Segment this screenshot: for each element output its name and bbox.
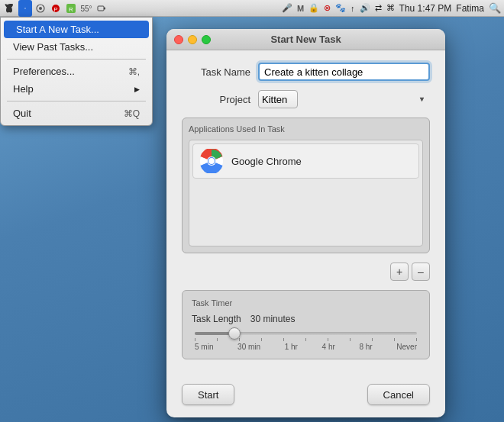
menubar-right: 🎤 M 🔒 ⊗ 🐾 ↑ 🔊 ⇄ ⌘ Thu 1:47 PM Fatima 🔍 — [282, 2, 501, 14]
arrow-icon: ↑ — [351, 4, 355, 13]
start-button[interactable]: Start — [182, 384, 234, 405]
slider-label-1hr: 1 hr — [285, 343, 298, 351]
chrome-app-icon — [199, 149, 224, 173]
tick-2 — [217, 338, 218, 341]
timer-section: Task Timer Task Length 30 minutes — [182, 290, 430, 359]
dialog-titlebar: Start New Task — [166, 29, 445, 50]
lock-icon: 🔒 — [309, 3, 319, 13]
menu-item-label: Start A New Task... — [16, 24, 99, 35]
warning-icon: ⊗ — [324, 3, 331, 13]
app-list: Google Chrome — [189, 140, 423, 246]
sync-icon: ⇄ — [375, 3, 382, 13]
menu-item-quit[interactable]: Quit ⌘Q — [1, 105, 152, 122]
maximize-button[interactable] — [202, 35, 211, 44]
apple-icon[interactable] — [3, 2, 17, 15]
menu-shortcut-preferences: ⌘, — [128, 66, 140, 77]
slider-label-never: Never — [396, 343, 417, 351]
add-remove-row: + – — [182, 263, 430, 281]
dialog-content: Task Name Project Kitten Default Other ▼… — [166, 50, 445, 384]
timer-section-label: Task Timer — [192, 298, 420, 308]
tick-5 — [283, 338, 284, 341]
apps-section-label: Applications Used In Task — [189, 124, 423, 134]
app-name-chrome: Google Chrome — [231, 156, 302, 167]
svg-point-13 — [208, 158, 215, 164]
task-name-label: Task Name — [182, 66, 250, 78]
tick-7 — [328, 338, 328, 341]
tick-8 — [350, 338, 351, 341]
mail-icon: M — [297, 4, 304, 13]
dialog-window: Start New Task Task Name Project Kitten … — [166, 29, 445, 417]
menu-item-label: Preferences... — [13, 66, 75, 77]
mic-icon: 🎤 — [282, 3, 292, 13]
minimize-button[interactable] — [188, 35, 197, 44]
slider-track — [195, 332, 417, 335]
tick-1 — [195, 338, 195, 341]
close-button[interactable] — [174, 35, 183, 44]
menu-item-label: Help — [13, 83, 34, 95]
project-row: Project Kitten Default Other ▼ — [182, 90, 430, 108]
menu-item-help[interactable]: Help — [1, 80, 152, 98]
search-icon[interactable]: 🔍 — [489, 2, 501, 14]
svg-text:P: P — [53, 5, 57, 12]
apps-section: Applications Used In Task — [182, 118, 430, 253]
menu-item-view-past-tasks[interactable]: View Past Tasks... — [1, 38, 152, 56]
task-length-label: Task Length — [192, 314, 241, 324]
timer-length-row: Task Length 30 minutes — [192, 314, 420, 324]
tick-3 — [239, 338, 240, 341]
dropdown-menu: Start A New Task... View Past Tasks... P… — [0, 17, 153, 126]
cancel-button[interactable]: Cancel — [367, 384, 430, 405]
svg-rect-9 — [104, 7, 105, 9]
slider-label-4hr: 4 hr — [322, 343, 335, 351]
menu-separator-2 — [7, 101, 146, 101]
project-label: Project — [182, 94, 250, 105]
tick-4 — [261, 338, 262, 341]
menu-item-start-new-task[interactable]: Start A New Task... — [4, 21, 149, 38]
menu-icon-2[interactable] — [34, 2, 47, 15]
slider-labels: 5 min 30 min 1 hr 4 hr 8 hr Never — [195, 343, 417, 351]
slider-label-8hr: 8 hr — [359, 343, 372, 351]
menu-item-label: View Past Tasks... — [13, 41, 93, 53]
tick-10 — [394, 338, 395, 341]
menu-item-label: Quit — [13, 108, 31, 119]
slider-label-5min: 5 min — [195, 343, 213, 351]
slider-thumb[interactable] — [228, 327, 241, 340]
task-name-input[interactable] — [258, 63, 430, 81]
titlebar-buttons — [174, 35, 211, 44]
menubar-clock: Thu 1:47 PM — [399, 3, 452, 14]
menu-separator-1 — [7, 59, 146, 60]
add-app-button[interactable]: + — [390, 263, 409, 281]
menu-shortcut-quit: ⌘Q — [124, 108, 140, 119]
task-name-row: Task Name — [182, 63, 430, 81]
menu-icon-3[interactable]: P — [49, 2, 63, 15]
menu-icon-4[interactable]: R — [64, 2, 78, 15]
svg-point-2 — [39, 7, 42, 10]
menubar: P R 55° 🎤 M 🔒 ⊗ 🐾 ↑ 🔊 ⇄ ⌘ Thu 1:47 PM Fa… — [0, 0, 504, 17]
dialog-title: Start New Task — [270, 34, 341, 45]
menubar-left: P R 55° — [3, 0, 108, 17]
wifi-icon: ⌘ — [386, 3, 395, 13]
menu-icon-5[interactable]: 55° — [79, 2, 93, 15]
svg-text:R: R — [69, 5, 73, 12]
app-item-chrome[interactable]: Google Chrome — [192, 143, 419, 179]
project-select[interactable]: Kitten Default Other — [258, 90, 298, 108]
tick-9 — [372, 338, 373, 341]
menu-item-preferences[interactable]: Preferences... ⌘, — [1, 63, 152, 80]
slider-label-30min: 30 min — [237, 343, 260, 351]
menu-icon-6[interactable] — [95, 2, 108, 15]
menubar-user: Fatima — [456, 3, 484, 14]
task-length-value: 30 minutes — [250, 314, 296, 324]
chevron-down-icon: ▼ — [418, 95, 425, 103]
remove-app-button[interactable]: – — [412, 263, 430, 281]
slider-tick-line — [195, 338, 417, 341]
svg-rect-8 — [98, 6, 104, 11]
speaker-icon: 🔊 — [360, 3, 370, 13]
svg-text:55°: 55° — [80, 5, 92, 13]
tick-6 — [305, 338, 306, 341]
slider-container: 5 min 30 min 1 hr 4 hr 8 hr Never — [192, 332, 420, 351]
tick-11 — [416, 338, 417, 341]
app-menu-icon[interactable] — [18, 0, 32, 17]
dialog-footer: Start Cancel — [166, 384, 445, 417]
project-select-wrapper: Kitten Default Other ▼ — [258, 90, 430, 108]
paw-icon: 🐾 — [335, 3, 346, 13]
